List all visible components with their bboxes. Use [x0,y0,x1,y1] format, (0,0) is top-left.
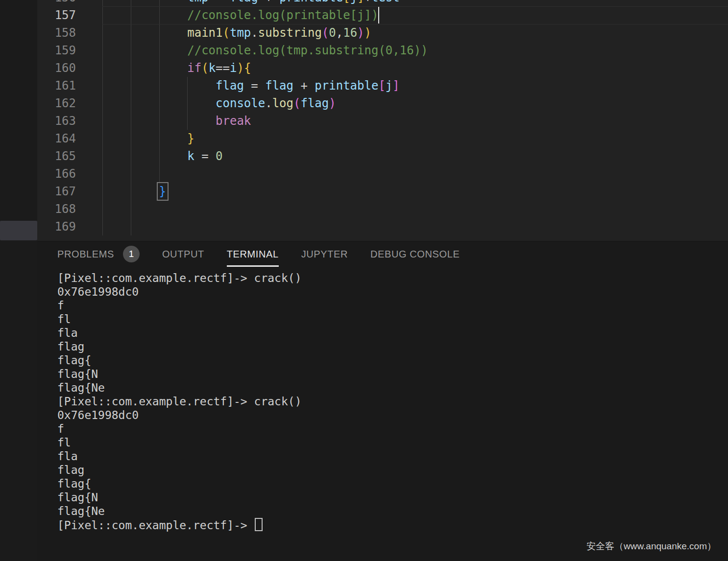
token: + [364,0,371,4]
tab-jupyter[interactable]: JUPYTER [301,241,348,267]
token: flag [265,79,293,93]
token: 0 [329,26,336,40]
code-line[interactable]: 168 [37,200,728,218]
token: log [272,96,293,110]
tab-terminal[interactable]: TERMINAL [227,241,279,267]
token: k [187,149,194,163]
line-number[interactable]: 169 [37,218,76,235]
terminal-line: flag [57,463,723,477]
code-text: //console.log(printable[j]) [102,6,378,24]
rail-highlight[interactable] [0,221,37,240]
token: + [293,79,315,93]
line-number[interactable]: 167 [37,183,76,200]
token: if [187,61,201,75]
token: + [258,0,279,4]
activity-rail [0,0,37,561]
code-line[interactable]: 163break [37,112,728,130]
token: = [244,79,265,93]
line-number[interactable]: 156 [37,0,76,6]
terminal-line: fl [57,436,723,449]
vscode-window: 156tmp = flag + printable[j]+test157//co… [0,0,728,561]
token: 0 [216,149,222,163]
code-line[interactable]: 160if(k==i){ [37,59,728,77]
code-line[interactable]: 165k = 0 [37,147,728,165]
line-number[interactable]: 166 [37,165,76,183]
terminal-line: 0x76e1998dc0 [57,408,723,422]
problems-count-badge: 1 [123,246,140,262]
tab-label: DEBUG CONSOLE [370,249,460,260]
tab-debug-console[interactable]: DEBUG CONSOLE [370,241,460,267]
matched-bracket: } [159,185,166,198]
line-number[interactable]: 160 [37,59,76,77]
line-number[interactable]: 162 [37,94,76,112]
terminal-line: fla [57,326,723,340]
token: i [230,61,237,75]
code-text: k = 0 [102,147,223,165]
token: == [216,61,230,75]
terminal-line: flag{Ne [57,504,723,518]
token: main1 [187,26,222,40]
code-editor[interactable]: 156tmp = flag + printable[j]+test157//co… [37,0,728,241]
code-line[interactable]: 159//console.log(tmp.substring(0,16)) [37,42,728,59]
token: . [265,96,272,110]
line-number[interactable]: 164 [37,130,76,147]
text-caret [378,7,379,23]
terminal-line: [Pixel::com.example.rectf]-> crack() [57,271,723,285]
code-text: if(k==i){ [102,59,251,77]
tab-problems[interactable]: PROBLEMS1 [57,241,140,267]
token: substring [258,26,322,40]
tab-output[interactable]: OUTPUT [162,241,204,267]
terminal-line: [Pixel::com.example.rectf]-> [57,518,723,532]
code-text: flag = flag + printable[j] [102,77,400,94]
terminal-cursor [255,518,263,531]
terminal-line: flag{N [57,491,723,504]
tab-label: TERMINAL [227,249,279,260]
token: ) [364,26,371,40]
code-line[interactable]: 156tmp = flag + printable[j]+test [37,0,728,6]
token: k [209,61,216,75]
token: ( [293,96,300,110]
panel-tabbar: PROBLEMS1OUTPUTTERMINALJUPYTERDEBUG CONS… [57,241,460,267]
token: ( [201,61,208,75]
code-text: } [102,130,194,147]
code-line[interactable]: 161flag = flag + printable[j] [37,77,728,94]
tab-label: PROBLEMS [57,249,114,260]
line-number[interactable]: 163 [37,112,76,130]
code-line[interactable]: 167} [37,183,728,200]
terminal-line: fla [57,449,723,463]
terminal-line: fl [57,312,723,326]
code-line[interactable]: 158main1(tmp.substring(0,16)) [37,24,728,42]
token: tmp [230,26,251,40]
line-number[interactable]: 168 [37,200,76,218]
line-number[interactable]: 165 [37,147,76,165]
token: { [244,61,251,75]
token: ) [357,26,364,40]
token: ] [357,0,364,4]
terminal-output[interactable]: [Pixel::com.example.rectf]-> crack()0x76… [57,271,723,532]
terminal-line: flag [57,340,723,353]
token: flag [300,96,329,110]
token: test [371,0,400,4]
token: console [216,96,265,110]
line-number[interactable]: 159 [37,42,76,59]
token: j [386,79,392,93]
watermark: 安全客（www.anquanke.com） [586,540,716,553]
token: j [350,0,357,4]
code-line[interactable]: 169 [37,218,728,235]
code-line[interactable]: 162console.log(flag) [37,94,728,112]
code-line[interactable]: 166 [37,165,728,183]
line-number[interactable]: 157 [37,6,76,24]
token: break [216,114,251,128]
token: } [187,132,194,145]
code-line[interactable]: 157//console.log(printable[j]) [37,6,728,24]
tab-label: OUTPUT [162,249,204,260]
token: printable [315,79,378,93]
code-text: tmp = flag + printable[j]+test [102,0,400,6]
code-line[interactable]: 164} [37,130,728,147]
line-number[interactable]: 161 [37,77,76,94]
line-number[interactable]: 158 [37,24,76,42]
code-text: } [102,183,166,200]
code-text: break [102,112,251,130]
token: ) [237,61,243,75]
token: 16 [343,26,357,40]
